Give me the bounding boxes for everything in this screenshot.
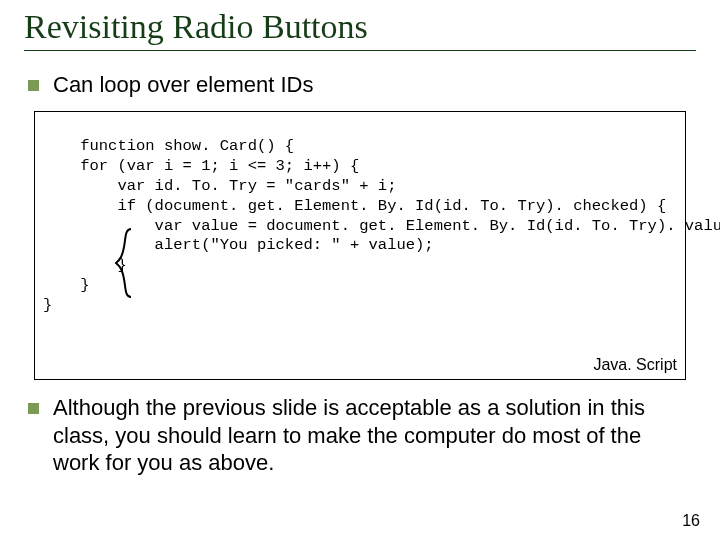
page-title: Revisiting Radio Buttons — [24, 8, 696, 51]
square-bullet-icon — [28, 80, 39, 91]
bullet-text: Although the previous slide is acceptabl… — [53, 394, 692, 477]
bullet-item-1: Can loop over element IDs — [28, 71, 692, 99]
bullet-item-2: Although the previous slide is acceptabl… — [28, 394, 692, 477]
page-number: 16 — [682, 512, 700, 530]
code-box: function show. Card() { for (var i = 1; … — [34, 111, 686, 381]
code-text: function show. Card() { for (var i = 1; … — [43, 137, 720, 314]
slide: Revisiting Radio Buttons Can loop over e… — [0, 0, 720, 540]
bullet-text: Can loop over element IDs — [53, 71, 313, 99]
language-label: Java. Script — [593, 355, 677, 375]
square-bullet-icon — [28, 403, 39, 414]
